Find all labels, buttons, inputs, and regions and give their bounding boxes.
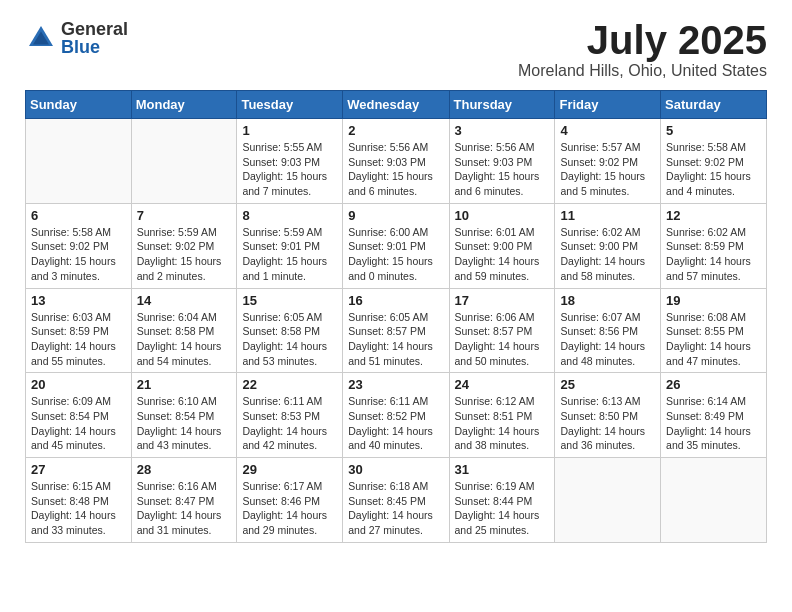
day-info: Sunrise: 6:01 AMSunset: 9:00 PMDaylight:… <box>455 225 550 284</box>
day-number: 5 <box>666 123 761 138</box>
day-number: 11 <box>560 208 655 223</box>
day-info: Sunrise: 6:02 AMSunset: 8:59 PMDaylight:… <box>666 225 761 284</box>
day-info: Sunrise: 6:09 AMSunset: 8:54 PMDaylight:… <box>31 394 126 453</box>
day-number: 26 <box>666 377 761 392</box>
week-row-4: 20Sunrise: 6:09 AMSunset: 8:54 PMDayligh… <box>26 373 767 458</box>
day-info: Sunrise: 6:07 AMSunset: 8:56 PMDaylight:… <box>560 310 655 369</box>
day-number: 15 <box>242 293 337 308</box>
calendar-cell: 31Sunrise: 6:19 AMSunset: 8:44 PMDayligh… <box>449 458 555 543</box>
calendar-cell: 9Sunrise: 6:00 AMSunset: 9:01 PMDaylight… <box>343 203 449 288</box>
calendar-cell: 15Sunrise: 6:05 AMSunset: 8:58 PMDayligh… <box>237 288 343 373</box>
day-info: Sunrise: 6:16 AMSunset: 8:47 PMDaylight:… <box>137 479 232 538</box>
day-number: 7 <box>137 208 232 223</box>
calendar-cell: 27Sunrise: 6:15 AMSunset: 8:48 PMDayligh… <box>26 458 132 543</box>
day-info: Sunrise: 6:08 AMSunset: 8:55 PMDaylight:… <box>666 310 761 369</box>
calendar-cell: 25Sunrise: 6:13 AMSunset: 8:50 PMDayligh… <box>555 373 661 458</box>
day-info: Sunrise: 6:11 AMSunset: 8:53 PMDaylight:… <box>242 394 337 453</box>
weekday-header-row: SundayMondayTuesdayWednesdayThursdayFrid… <box>26 91 767 119</box>
logo-general: General <box>61 20 128 38</box>
day-info: Sunrise: 6:05 AMSunset: 8:58 PMDaylight:… <box>242 310 337 369</box>
day-info: Sunrise: 6:05 AMSunset: 8:57 PMDaylight:… <box>348 310 443 369</box>
logo-blue: Blue <box>61 38 128 56</box>
calendar-cell: 5Sunrise: 5:58 AMSunset: 9:02 PMDaylight… <box>661 119 767 204</box>
calendar-cell: 22Sunrise: 6:11 AMSunset: 8:53 PMDayligh… <box>237 373 343 458</box>
calendar-cell: 7Sunrise: 5:59 AMSunset: 9:02 PMDaylight… <box>131 203 237 288</box>
day-info: Sunrise: 6:11 AMSunset: 8:52 PMDaylight:… <box>348 394 443 453</box>
weekday-header-monday: Monday <box>131 91 237 119</box>
calendar-cell: 3Sunrise: 5:56 AMSunset: 9:03 PMDaylight… <box>449 119 555 204</box>
calendar-cell <box>131 119 237 204</box>
day-info: Sunrise: 6:02 AMSunset: 9:00 PMDaylight:… <box>560 225 655 284</box>
calendar-cell: 21Sunrise: 6:10 AMSunset: 8:54 PMDayligh… <box>131 373 237 458</box>
week-row-2: 6Sunrise: 5:58 AMSunset: 9:02 PMDaylight… <box>26 203 767 288</box>
page-header: General Blue July 2025 Moreland Hills, O… <box>25 20 767 80</box>
logo: General Blue <box>25 20 128 56</box>
day-number: 3 <box>455 123 550 138</box>
calendar-cell: 11Sunrise: 6:02 AMSunset: 9:00 PMDayligh… <box>555 203 661 288</box>
calendar-cell: 16Sunrise: 6:05 AMSunset: 8:57 PMDayligh… <box>343 288 449 373</box>
calendar-cell: 1Sunrise: 5:55 AMSunset: 9:03 PMDaylight… <box>237 119 343 204</box>
calendar-cell: 13Sunrise: 6:03 AMSunset: 8:59 PMDayligh… <box>26 288 132 373</box>
day-number: 18 <box>560 293 655 308</box>
calendar-cell: 28Sunrise: 6:16 AMSunset: 8:47 PMDayligh… <box>131 458 237 543</box>
day-info: Sunrise: 6:13 AMSunset: 8:50 PMDaylight:… <box>560 394 655 453</box>
calendar-cell: 18Sunrise: 6:07 AMSunset: 8:56 PMDayligh… <box>555 288 661 373</box>
calendar-cell: 26Sunrise: 6:14 AMSunset: 8:49 PMDayligh… <box>661 373 767 458</box>
day-info: Sunrise: 5:58 AMSunset: 9:02 PMDaylight:… <box>31 225 126 284</box>
day-number: 19 <box>666 293 761 308</box>
day-number: 2 <box>348 123 443 138</box>
calendar-cell <box>661 458 767 543</box>
weekday-header-sunday: Sunday <box>26 91 132 119</box>
day-number: 28 <box>137 462 232 477</box>
calendar-cell: 4Sunrise: 5:57 AMSunset: 9:02 PMDaylight… <box>555 119 661 204</box>
day-number: 13 <box>31 293 126 308</box>
day-number: 25 <box>560 377 655 392</box>
day-info: Sunrise: 6:10 AMSunset: 8:54 PMDaylight:… <box>137 394 232 453</box>
month-title: July 2025 <box>518 20 767 60</box>
day-number: 14 <box>137 293 232 308</box>
day-info: Sunrise: 6:18 AMSunset: 8:45 PMDaylight:… <box>348 479 443 538</box>
day-number: 30 <box>348 462 443 477</box>
day-number: 24 <box>455 377 550 392</box>
calendar-cell: 10Sunrise: 6:01 AMSunset: 9:00 PMDayligh… <box>449 203 555 288</box>
day-info: Sunrise: 6:17 AMSunset: 8:46 PMDaylight:… <box>242 479 337 538</box>
day-info: Sunrise: 5:56 AMSunset: 9:03 PMDaylight:… <box>348 140 443 199</box>
calendar-cell: 8Sunrise: 5:59 AMSunset: 9:01 PMDaylight… <box>237 203 343 288</box>
day-info: Sunrise: 5:56 AMSunset: 9:03 PMDaylight:… <box>455 140 550 199</box>
day-info: Sunrise: 6:04 AMSunset: 8:58 PMDaylight:… <box>137 310 232 369</box>
calendar-cell: 6Sunrise: 5:58 AMSunset: 9:02 PMDaylight… <box>26 203 132 288</box>
day-number: 6 <box>31 208 126 223</box>
day-number: 12 <box>666 208 761 223</box>
day-number: 23 <box>348 377 443 392</box>
calendar-cell: 19Sunrise: 6:08 AMSunset: 8:55 PMDayligh… <box>661 288 767 373</box>
day-number: 10 <box>455 208 550 223</box>
day-number: 17 <box>455 293 550 308</box>
calendar-cell: 30Sunrise: 6:18 AMSunset: 8:45 PMDayligh… <box>343 458 449 543</box>
day-number: 1 <box>242 123 337 138</box>
day-number: 16 <box>348 293 443 308</box>
day-info: Sunrise: 5:58 AMSunset: 9:02 PMDaylight:… <box>666 140 761 199</box>
calendar-cell <box>555 458 661 543</box>
calendar-cell: 24Sunrise: 6:12 AMSunset: 8:51 PMDayligh… <box>449 373 555 458</box>
calendar-cell <box>26 119 132 204</box>
day-info: Sunrise: 5:57 AMSunset: 9:02 PMDaylight:… <box>560 140 655 199</box>
day-number: 27 <box>31 462 126 477</box>
day-number: 22 <box>242 377 337 392</box>
day-number: 4 <box>560 123 655 138</box>
day-info: Sunrise: 6:19 AMSunset: 8:44 PMDaylight:… <box>455 479 550 538</box>
logo-text: General Blue <box>61 20 128 56</box>
weekday-header-saturday: Saturday <box>661 91 767 119</box>
day-info: Sunrise: 6:15 AMSunset: 8:48 PMDaylight:… <box>31 479 126 538</box>
day-info: Sunrise: 6:03 AMSunset: 8:59 PMDaylight:… <box>31 310 126 369</box>
day-info: Sunrise: 6:06 AMSunset: 8:57 PMDaylight:… <box>455 310 550 369</box>
day-info: Sunrise: 6:14 AMSunset: 8:49 PMDaylight:… <box>666 394 761 453</box>
title-block: July 2025 Moreland Hills, Ohio, United S… <box>518 20 767 80</box>
day-info: Sunrise: 6:00 AMSunset: 9:01 PMDaylight:… <box>348 225 443 284</box>
calendar-cell: 17Sunrise: 6:06 AMSunset: 8:57 PMDayligh… <box>449 288 555 373</box>
logo-icon <box>25 22 57 54</box>
day-number: 21 <box>137 377 232 392</box>
calendar-cell: 2Sunrise: 5:56 AMSunset: 9:03 PMDaylight… <box>343 119 449 204</box>
weekday-header-thursday: Thursday <box>449 91 555 119</box>
day-info: Sunrise: 5:59 AMSunset: 9:01 PMDaylight:… <box>242 225 337 284</box>
day-number: 8 <box>242 208 337 223</box>
